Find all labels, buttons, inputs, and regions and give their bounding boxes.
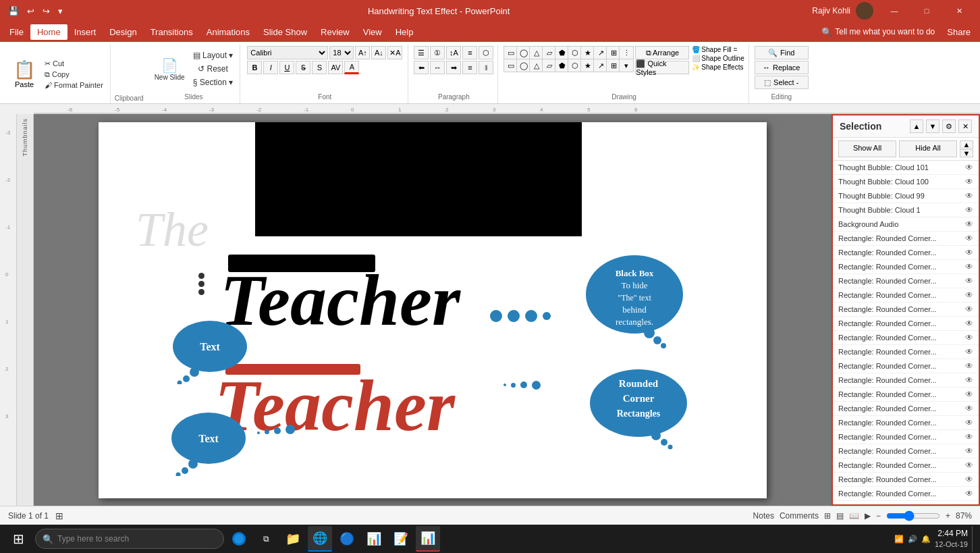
font-grow-button[interactable]: A↑ <box>355 46 370 59</box>
taskbar-edge[interactable]: 🌐 <box>308 526 332 552</box>
hide-all-button[interactable]: Hide All <box>899 140 957 157</box>
columns-button[interactable]: ⫴ <box>479 61 493 74</box>
maximize-button[interactable]: □ <box>911 0 942 22</box>
sel-item-visibility[interactable]: 👁 <box>965 276 973 286</box>
find-button[interactable]: 🔍Find <box>755 46 809 59</box>
new-slide-button[interactable]: 📄 New Slide <box>152 56 188 82</box>
replace-button[interactable]: ↔Replace <box>755 61 809 74</box>
sel-item-visibility[interactable]: 👁 <box>965 347 973 357</box>
sort-asc-button[interactable]: ▲ <box>910 120 923 133</box>
taskbar-word[interactable]: 📝 <box>389 526 413 552</box>
sel-item-visibility[interactable]: 👁 <box>965 262 973 271</box>
sel-item-visibility[interactable]: 👁 <box>965 248 973 257</box>
taskbar-excel[interactable]: 📊 <box>362 526 386 552</box>
char-spacing-button[interactable]: AV <box>328 61 343 74</box>
clear-format-button[interactable]: ✕A <box>387 46 402 59</box>
selection-list-item[interactable]: Rectangle: Rounded Corner... 👁 <box>833 288 979 302</box>
taskbar-files[interactable]: 📁 <box>281 526 305 552</box>
shape-outline-button[interactable]: ⬜ Shape Outline <box>692 55 744 62</box>
align-center-button[interactable]: ↔ <box>430 61 445 74</box>
selection-list-item[interactable]: Rectangle: Rounded Corner... 👁 <box>833 487 979 501</box>
shape-fill-button[interactable]: 🪣 Shape Fill = <box>692 46 744 53</box>
selection-list-item[interactable]: Thought Bubble: Cloud 100 👁 <box>833 175 979 189</box>
reset-button[interactable]: ↺ Reset <box>190 63 236 75</box>
selection-list-item[interactable]: Rectangle: Rounded Corner... 👁 <box>833 416 979 430</box>
slide[interactable]: The Teacher Teacher <box>99 122 767 498</box>
zoom-minus[interactable]: − <box>876 511 881 521</box>
copy-button[interactable]: ⧉ Copy <box>42 70 106 80</box>
sel-item-visibility[interactable]: 👁 <box>965 361 973 371</box>
align-right-button[interactable]: ➡ <box>446 61 461 74</box>
selection-list-item[interactable]: Rectangle: Rounded Corner... 👁 <box>833 232 979 246</box>
taskbar-chrome[interactable]: 🔵 <box>335 526 359 552</box>
sel-item-visibility[interactable]: 👁 <box>965 390 973 399</box>
quick-styles-button[interactable]: ⬛ Quick Styles <box>635 61 689 74</box>
menu-insert[interactable]: Insert <box>67 24 103 40</box>
shape-effects-button[interactable]: ✨ Shape Effects <box>692 63 744 71</box>
selection-list-item[interactable]: Rectangle: Rounded Corner... 👁 <box>833 430 979 444</box>
section-button[interactable]: § Section ▾ <box>190 76 236 88</box>
selection-list-item[interactable]: Rectangle: Rounded Corner... 👁 <box>833 473 979 487</box>
sel-item-visibility[interactable]: 👁 <box>965 460 973 470</box>
menu-design[interactable]: Design <box>103 24 143 40</box>
taskbar-search[interactable]: 🔍 Type here to search <box>35 529 224 549</box>
zoom-slider[interactable] <box>886 510 940 521</box>
selection-list-item[interactable]: Rectangle: Rounded Corner... 👁 <box>833 260 979 274</box>
layout-button[interactable]: ▤ Layout ▾ <box>190 49 236 61</box>
align-left-button[interactable]: ⬅ <box>414 61 429 74</box>
italic-button[interactable]: I <box>263 61 278 74</box>
sel-item-visibility[interactable]: 👁 <box>965 503 973 504</box>
font-family-select[interactable]: Calibri <box>247 46 328 59</box>
sel-item-visibility[interactable]: 👁 <box>965 418 973 427</box>
view-slideshow[interactable]: ▶ <box>865 511 871 521</box>
font-shrink-button[interactable]: A↓ <box>371 46 386 59</box>
view-outline[interactable]: ▤ <box>836 511 844 521</box>
taskbar-powerpoint[interactable]: 📊 <box>416 526 440 552</box>
selection-list-item[interactable]: Rectangle: Rounded Corner... 👁 <box>833 444 979 458</box>
smartart-button[interactable]: ⬡ <box>479 46 493 59</box>
sel-item-visibility[interactable]: 👁 <box>965 290 973 300</box>
sel-item-visibility[interactable]: 👁 <box>965 432 973 442</box>
font-color-button[interactable]: A <box>344 61 359 74</box>
underline-button[interactable]: U <box>279 61 294 74</box>
selection-list-item[interactable]: Rectangle: Rounded Corner... 👁 <box>833 274 979 288</box>
taskbar-taskview[interactable]: ⧉ <box>254 526 278 552</box>
shadow-button[interactable]: S <box>312 61 327 74</box>
bold-button[interactable]: B <box>247 61 262 74</box>
selection-list-item[interactable]: Background Audio 👁 <box>833 217 979 232</box>
selection-list-item[interactable]: Rectangle: Rounded Corner... 👁 <box>833 317 979 331</box>
share-button[interactable]: Share <box>940 24 977 40</box>
bullets-button[interactable]: ☰ <box>414 46 429 59</box>
sel-item-visibility[interactable]: 👁 <box>965 234 973 243</box>
selection-list-item[interactable]: Rectangle: Rounded Corner... 👁 <box>833 373 979 388</box>
close-panel-button[interactable]: ✕ <box>958 120 972 133</box>
minimize-button[interactable]: — <box>879 0 910 22</box>
text-direction-button[interactable]: ↕A <box>446 46 461 59</box>
align-text-button[interactable]: ≡ <box>462 46 477 59</box>
menu-home[interactable]: Home <box>30 24 67 40</box>
selection-list-item[interactable]: Thought Bubble: Cloud 101 👁 <box>833 161 979 175</box>
sel-item-visibility[interactable]: 👁 <box>965 177 973 186</box>
menu-help[interactable]: Help <box>389 24 420 40</box>
sel-item-visibility[interactable]: 👁 <box>965 475 973 484</box>
undo-icon[interactable]: ↩ <box>24 5 37 18</box>
sel-item-visibility[interactable]: 👁 <box>965 319 973 328</box>
view-normal[interactable]: ⊞ <box>824 511 831 521</box>
list-up-button[interactable]: ▲ <box>960 140 973 149</box>
sort-desc-button[interactable]: ▼ <box>926 120 940 133</box>
start-button[interactable]: ⊞ <box>4 525 32 553</box>
sel-item-visibility[interactable]: 👁 <box>965 219 973 229</box>
menu-slideshow[interactable]: Slide Show <box>256 24 314 40</box>
sel-item-visibility[interactable]: 👁 <box>965 446 973 456</box>
selection-list-item[interactable]: Rectangle: Rounded Corner... 👁 <box>833 246 979 260</box>
list-down-button[interactable]: ▼ <box>960 149 973 157</box>
select-button[interactable]: ⬚Select - <box>755 76 809 89</box>
selection-list-item[interactable]: Rectangle: Rounded Corner... 👁 <box>833 302 979 317</box>
redo-icon[interactable]: ↪ <box>40 5 53 18</box>
menu-animations[interactable]: Animations <box>200 24 256 40</box>
menu-file[interactable]: File <box>3 24 30 40</box>
strikethrough-button[interactable]: S̶ <box>296 61 310 74</box>
selection-list-item[interactable]: Rectangle: Rounded Corner... 👁 <box>833 458 979 473</box>
selection-list-item[interactable]: Thought Bubble: Cloud 99 👁 <box>833 189 979 203</box>
zoom-level[interactable]: 87% <box>956 511 972 521</box>
